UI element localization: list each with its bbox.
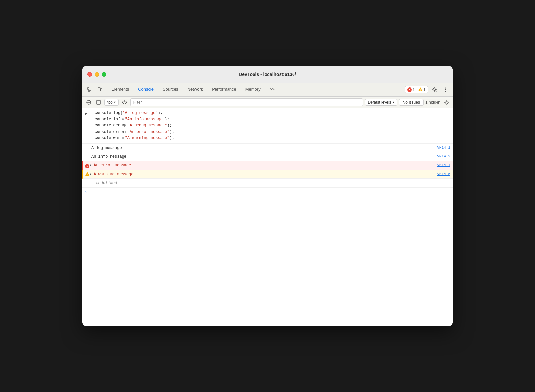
more-options-button[interactable]	[441, 85, 450, 94]
warning-icon: !	[418, 87, 423, 92]
tab-memory[interactable]: Memory	[241, 83, 265, 96]
svg-rect-4	[101, 89, 102, 91]
settings-button[interactable]	[430, 85, 439, 94]
tab-more[interactable]: >>	[265, 83, 279, 96]
svg-rect-0	[87, 88, 89, 89]
error-expand-icon[interactable]: ▶	[90, 163, 92, 168]
svg-point-7	[434, 89, 436, 90]
chevron-down-icon: ▾	[393, 100, 394, 104]
warning-message: A warning message	[94, 171, 432, 177]
warning-expand-icon[interactable]: ▶	[90, 172, 92, 176]
error-entry-icon: ✕	[85, 163, 89, 169]
show-sidebar-button[interactable]	[95, 98, 102, 106]
code-line-4: console.error("An error message");	[95, 129, 450, 135]
info-entry: An info message VM14:2	[82, 152, 453, 161]
warning-entry-icon: !	[85, 172, 90, 178]
undefined-entry: ← undefined	[82, 179, 453, 188]
svg-point-9	[445, 89, 446, 90]
error-entry: ✕ ▶ An error message VM14:4	[82, 161, 453, 170]
log-levels-button[interactable]: Default levels ▾	[365, 99, 397, 106]
code-line-2: console.info("An info message");	[95, 116, 450, 123]
hidden-count: 1 hidden	[425, 100, 440, 105]
levels-label: Default levels	[368, 100, 391, 105]
main-tabs: Elements Console Sources Network Perform…	[107, 83, 405, 96]
warning-count: 1	[424, 87, 426, 92]
svg-rect-13	[97, 100, 100, 104]
tab-bar-right: ✕ 1 ! 1	[405, 83, 450, 96]
code-line-1: console.log("A log message");	[95, 110, 450, 116]
inspect-element-button[interactable]	[85, 85, 94, 94]
warning-source[interactable]: VM14:5	[437, 171, 450, 177]
console-prompt[interactable]: ›	[82, 188, 453, 197]
clear-console-button[interactable]	[85, 98, 93, 106]
console-input[interactable]	[89, 190, 450, 194]
log-entry: A log message VM14:1	[82, 144, 453, 152]
log-message: A log message	[91, 145, 432, 151]
code-line-5: console.warn("A warning message");	[95, 135, 450, 141]
info-source[interactable]: VM14:2	[437, 154, 450, 159]
error-message: An error message	[94, 163, 432, 168]
warning-entry: ! ▶ A warning message VM14:5	[82, 170, 453, 179]
svg-text:!: !	[87, 173, 88, 176]
context-selector[interactable]: top ▾	[104, 99, 119, 106]
device-toolbar-button[interactable]	[95, 85, 104, 94]
expand-icon[interactable]: ▶	[85, 111, 88, 116]
svg-text:!: !	[420, 88, 421, 91]
console-toolbar: top ▾ Default levels ▾ No Issues 1 hidde…	[82, 97, 453, 108]
svg-point-8	[445, 87, 446, 88]
issues-settings-button[interactable]	[442, 98, 450, 106]
traffic-lights	[87, 72, 106, 77]
eye-icon-button[interactable]	[121, 98, 128, 106]
info-message: An info message	[91, 154, 432, 160]
title-bar: DevTools - localhost:6136/	[82, 66, 453, 83]
tab-bar: Elements Console Sources Network Perform…	[82, 83, 453, 97]
code-line-3: console.debug("A debug message");	[95, 123, 450, 129]
chevron-down-icon: ▾	[114, 100, 116, 104]
svg-point-10	[445, 91, 446, 92]
context-label: top	[107, 100, 113, 105]
error-count: 1	[413, 87, 415, 92]
devtools-icons	[85, 83, 104, 96]
filter-input[interactable]	[130, 98, 363, 106]
undefined-message: ← undefined	[91, 180, 450, 186]
no-issues-button[interactable]: No Issues	[399, 99, 424, 106]
tab-sources[interactable]: Sources	[158, 83, 183, 96]
code-block-entry: ▶ console.log("A log message"); console.…	[82, 108, 453, 144]
error-icon: ✕	[407, 87, 412, 92]
tab-performance[interactable]: Performance	[207, 83, 241, 96]
svg-rect-3	[98, 88, 100, 91]
prompt-caret-icon: ›	[85, 190, 87, 195]
maximize-button[interactable]	[102, 72, 106, 77]
console-output: ▶ console.log("A log message"); console.…	[82, 108, 453, 326]
tab-elements[interactable]: Elements	[107, 83, 134, 96]
svg-point-16	[446, 102, 447, 103]
log-source[interactable]: VM14:1	[437, 145, 450, 150]
tab-console[interactable]: Console	[134, 83, 158, 96]
minimize-button[interactable]	[95, 72, 99, 77]
close-button[interactable]	[87, 72, 92, 77]
window-title: DevTools - localhost:6136/	[239, 72, 296, 77]
error-warning-badge[interactable]: ✕ 1 ! 1	[405, 86, 428, 93]
devtools-window: DevTools - localhost:6136/ Elements	[82, 66, 453, 326]
tab-network[interactable]: Network	[183, 83, 208, 96]
error-source[interactable]: VM14:4	[437, 163, 450, 168]
svg-point-15	[124, 102, 125, 103]
